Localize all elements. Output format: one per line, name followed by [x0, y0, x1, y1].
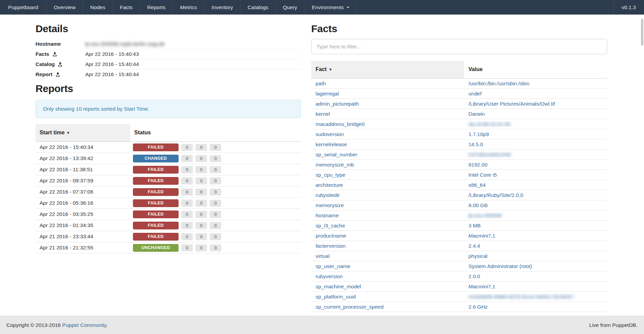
upload-icon[interactable]	[55, 72, 60, 77]
fact-name-link[interactable]: sp_machine_model	[316, 284, 361, 289]
fact-name-link[interactable]: memorysize	[316, 202, 344, 208]
facts-table-header: Fact ▾ Value	[311, 61, 607, 79]
detail-row: CatalogApr 22 2016 - 15:40:44	[36, 59, 301, 69]
status-badge: FAILED	[133, 233, 179, 241]
navbar-brand[interactable]: Puppetboard	[0, 0, 47, 15]
nav-item-query[interactable]: Query	[276, 0, 304, 15]
scrollbar-thumb[interactable]	[641, 19, 643, 46]
fact-value-link[interactable]: Intel Core i5	[468, 172, 497, 178]
facts-filter-input[interactable]	[311, 39, 607, 54]
fact-value-link[interactable]: 3 MB	[468, 223, 481, 228]
fact-row: memorysize8.00 GB	[311, 200, 607, 210]
fact-name-link[interactable]: kernel	[316, 111, 330, 117]
fact-value-cell: 41A00846-60B6-597D-811A-0A93173C9CE7	[464, 294, 607, 300]
fact-value-link[interactable]: /usr/bin:/bin:/usr/sbin:/sbin	[468, 81, 529, 86]
nav-item-metrics[interactable]: Metrics	[173, 0, 204, 15]
report-start-time: Apr 22 2016 - 15:40:34	[36, 144, 130, 150]
fact-value-link[interactable]: 41A00846-60B6-597D-811A-0A93173C9CE7	[468, 294, 574, 299]
fact-value-link[interactable]: 3a:c9:86:22:01:00	[468, 121, 510, 127]
report-status-cell: FAILED000	[130, 233, 301, 241]
upload-icon[interactable]	[52, 52, 57, 57]
fact-value-link[interactable]: 1.7.10p9	[468, 131, 489, 137]
fact-name-link[interactable]: virtual	[316, 253, 329, 259]
fact-name-link[interactable]: productname	[316, 233, 346, 239]
fact-value-cell: /Library/User Pictures/Animals/Owl.tif	[464, 101, 607, 107]
upload-icon[interactable]	[58, 62, 63, 67]
facts-table-body: path/usr/bin:/bin:/usr/sbin:/sbinlagerre…	[311, 79, 607, 312]
count-pill: 0	[196, 222, 207, 229]
fact-value-link[interactable]: /Library/User Pictures/Animals/Owl.tif	[468, 101, 555, 107]
fact-name-link[interactable]: rubysitedir	[316, 192, 340, 198]
fact-name-link[interactable]: sp_l3_cache	[316, 223, 345, 228]
fact-value-link[interactable]: 8.00 GB	[468, 202, 488, 208]
nav-item-reports[interactable]: Reports	[140, 0, 173, 15]
nav-item-facts[interactable]: Facts	[113, 0, 140, 15]
fact-name-link[interactable]: hostname	[316, 213, 339, 218]
fact-name-link[interactable]: memorysize_mb	[316, 162, 354, 168]
column-header-value[interactable]: Value	[464, 61, 607, 78]
fact-name-link[interactable]: macaddress_bridge0	[316, 121, 365, 127]
fact-name-link[interactable]: sudoversion	[316, 131, 344, 137]
fact-name-link[interactable]: lagerregal	[316, 91, 339, 96]
fact-name-link[interactable]: rubyversion	[316, 273, 343, 279]
fact-name-link[interactable]: architecture	[316, 182, 343, 188]
fact-name-link[interactable]: sp_current_processor_speed	[316, 304, 384, 310]
fact-value-link[interactable]: 8192.00	[468, 162, 487, 168]
fact-value-link[interactable]: 2.0.0	[468, 273, 480, 279]
fact-value-link[interactable]: Darwin	[468, 111, 485, 117]
nav-item-nodes[interactable]: Nodes	[83, 0, 113, 15]
fact-row: macaddress_bridge03a:c9:86:22:01:00	[311, 119, 607, 129]
fact-value-link[interactable]: 2.4.4	[468, 243, 480, 249]
fact-value-link[interactable]: 14.5.0	[468, 141, 483, 147]
fact-value-link[interactable]: physical	[468, 253, 487, 259]
navbar-spacer	[357, 0, 613, 15]
column-header-status[interactable]: Status	[130, 124, 301, 141]
reports-table: Start time ▾ Status Apr 22 2016 - 15:40:…	[36, 124, 301, 253]
report-status-cell: FAILED000	[130, 188, 301, 196]
fact-row: kernelrelease14.5.0	[311, 139, 607, 150]
fact-value-link[interactable]: undef	[468, 91, 482, 96]
fact-value-cell: /usr/bin:/bin:/usr/sbin:/sbin	[464, 81, 607, 87]
fact-value-link[interactable]: lp-osx-003056	[468, 213, 502, 218]
fact-name-link[interactable]: sp_user_name	[316, 263, 350, 269]
fact-value-link[interactable]: /Library/Ruby/Site/2.0.0	[468, 192, 523, 198]
nav-item-inventory[interactable]: Inventory	[204, 0, 240, 15]
report-status-cell: FAILED000	[130, 210, 301, 218]
nav-item-catalogs[interactable]: Catalogs	[240, 0, 276, 15]
fact-value-cell: 2.4.4	[464, 243, 607, 249]
fact-name-cell: rubyversion	[311, 273, 464, 280]
count-pill: 0	[210, 177, 221, 184]
fact-value-link[interactable]: 2.6 GHz	[468, 304, 488, 310]
fact-name-cell: sp_serial_number	[311, 152, 464, 158]
count-pill: 0	[196, 155, 207, 162]
count-pill: 0	[210, 244, 221, 251]
fact-name-link[interactable]: sp_serial_number	[316, 152, 357, 157]
fact-value-link[interactable]: x86_64	[468, 182, 486, 188]
count-pill: 0	[210, 200, 221, 207]
fact-name-link[interactable]: kernelrelease	[316, 141, 347, 147]
fact-row: rubyversion2.0.0	[311, 271, 607, 282]
fact-row: admin_picturepath/Library/User Pictures/…	[311, 99, 607, 109]
column-header-fact[interactable]: Fact ▾	[311, 61, 464, 78]
fact-value-cell: physical	[464, 253, 607, 259]
status-badge: FAILED	[133, 177, 179, 185]
fact-name-link[interactable]: sp_cpu_type	[316, 172, 345, 178]
nav-dropdown-environments[interactable]: Environments	[305, 0, 357, 15]
fact-name-link[interactable]: path	[316, 81, 326, 86]
report-row: Apr 22 2016 - 07:37:08FAILED000	[36, 186, 301, 198]
fact-name-link[interactable]: sp_platform_uuid	[316, 294, 356, 299]
detail-row: FactsApr 22 2016 - 15:40:43	[36, 49, 301, 59]
fact-row: rubysitedir/Library/Ruby/Site/2.0.0	[311, 190, 607, 200]
footer: Copyright © 2013-2016 Puppet Community. …	[0, 316, 644, 334]
fact-name-link[interactable]: facterversion	[316, 243, 346, 249]
column-header-start-time[interactable]: Start time ▾	[36, 124, 130, 141]
count-pill: 0	[181, 200, 193, 207]
fact-value-link[interactable]: Macmini7,1	[468, 233, 495, 239]
fact-value-link[interactable]: Macmini7,1	[468, 284, 495, 289]
fact-value-link[interactable]: C07QN1A6G1HW	[468, 152, 511, 157]
nav-item-overview[interactable]: Overview	[47, 0, 83, 15]
fact-name-cell: sp_user_name	[311, 263, 464, 269]
fact-value-link[interactable]: System Administrator (root)	[468, 263, 532, 269]
fact-name-link[interactable]: admin_picturepath	[316, 101, 359, 107]
puppet-community-link[interactable]: Puppet Community	[62, 322, 107, 328]
